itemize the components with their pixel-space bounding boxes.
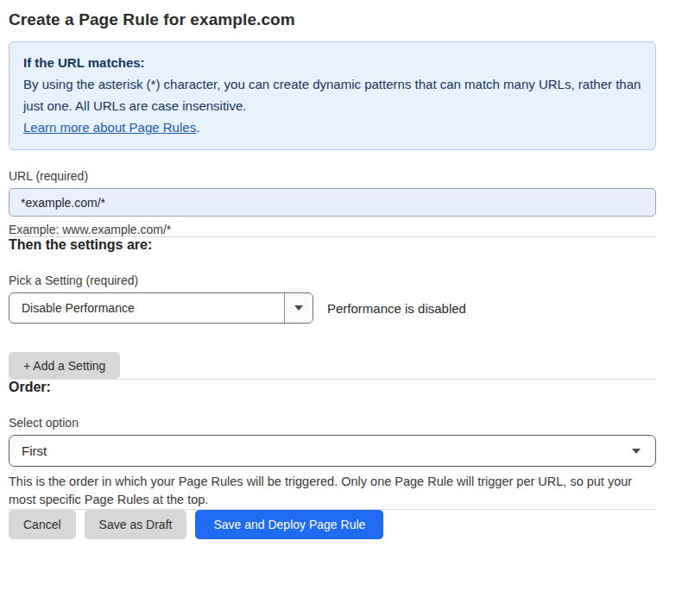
order-description: This is the order in which your Page Rul… [9,473,656,509]
url-matches-callout: If the URL matches: By using the asteris… [9,41,656,150]
setting-dropdown-value: Disable Performance [9,301,135,315]
save-as-draft-button[interactable]: Save as Draft [85,510,187,539]
cancel-button[interactable]: Cancel [9,510,76,539]
url-field-block: URL (required) Example: www.example.com/… [9,169,656,236]
url-example-helper: Example: www.example.com/* [9,223,656,236]
setting-row: Disable Performance Performance is disab… [9,292,656,324]
setting-dropdown-arrow-button[interactable] [284,293,313,323]
create-page-rule-form: Create a Page Rule for example.com If th… [9,10,656,539]
save-and-deploy-button[interactable]: Save and Deploy Page Rule [195,510,383,539]
footer-actions: Cancel Save as Draft Save and Deploy Pag… [9,510,656,539]
order-section-heading: Order: [9,380,656,395]
callout-body: By using the asterisk (*) character, you… [23,73,641,116]
setting-dropdown[interactable]: Disable Performance [9,292,313,324]
order-select-value: First [22,443,47,458]
callout-heading: If the URL matches: [23,52,641,73]
chevron-down-icon [294,305,303,311]
pick-setting-label: Pick a Setting (required) [9,273,656,287]
learn-more-page-rules-link[interactable]: Learn more about Page Rules [23,120,196,135]
setting-status-text: Performance is disabled [327,301,466,316]
order-select[interactable]: First [9,435,656,467]
link-suffix-period: . [196,120,199,135]
url-input[interactable] [9,188,656,217]
page-title: Create a Page Rule for example.com [9,10,656,29]
settings-section-heading: Then the settings are: [9,237,656,253]
add-setting-button[interactable]: + Add a Setting [9,352,120,379]
callout-link-line: Learn more about Page Rules. [23,116,641,138]
order-select-label: Select option [9,416,656,430]
url-label: URL (required) [9,169,656,183]
chevron-down-icon [632,449,641,454]
